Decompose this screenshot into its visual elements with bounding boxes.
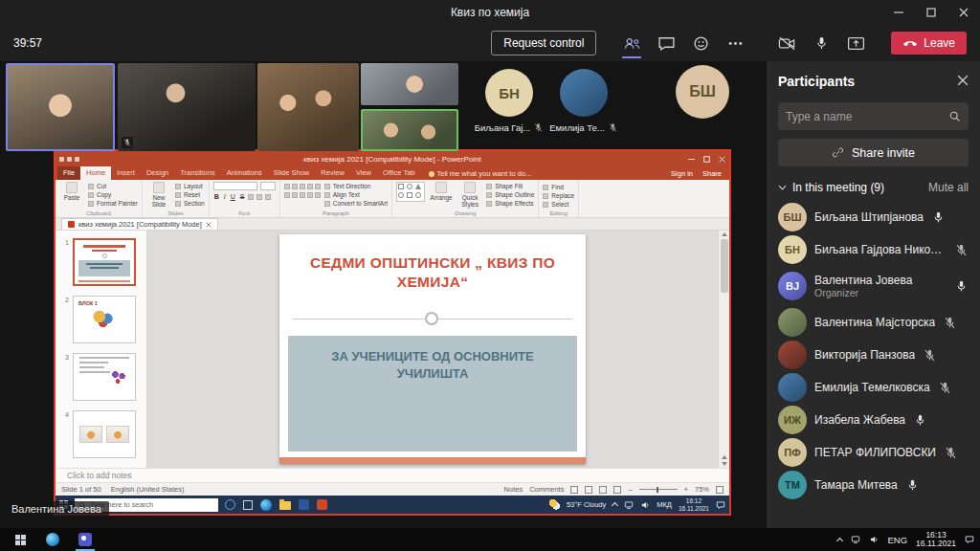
edge-icon[interactable] [260,499,272,511]
text-shadow-icon[interactable] [248,194,254,200]
ppt-close-icon[interactable] [719,156,725,163]
close-tab-icon[interactable] [206,222,212,228]
zoom-level[interactable]: 75% [695,485,709,494]
tab-view[interactable]: View [350,166,377,180]
request-control-button[interactable]: Request control [491,31,596,55]
slide-thumbnail-4[interactable]: 4 [61,410,143,458]
mic-icon[interactable] [913,413,927,428]
justify-icon[interactable] [307,192,313,198]
share-invite-button[interactable]: Share invite [778,139,969,166]
slide-scrollbar[interactable] [718,231,729,468]
participant-row[interactable]: ПФ ПЕТАР ФИЛИПОВСКИ [778,436,969,469]
mic-icon[interactable] [943,316,957,330]
bullets-icon[interactable] [284,184,290,189]
file-explorer-icon[interactable] [279,501,291,510]
ppt-restore-icon[interactable] [703,156,710,163]
chevron-down-icon[interactable] [778,185,787,190]
character-spacing-icon[interactable] [256,194,262,200]
language-indicator[interactable]: English (United States) [111,485,185,494]
start-button[interactable] [6,528,34,551]
numbering-icon[interactable] [292,184,298,189]
replace-button[interactable]: Replace [543,192,574,199]
previous-slide-icon[interactable] [722,455,727,459]
next-slide-icon[interactable] [722,462,727,466]
tab-transitions[interactable]: Transitions [174,166,220,180]
format-painter-button[interactable]: Format Painter [88,200,138,207]
columns-icon[interactable] [315,192,321,198]
bold-button[interactable]: B [213,193,220,200]
video-tile-active-speaker[interactable] [6,63,115,151]
indent-icon[interactable] [300,184,305,189]
input-language[interactable]: ENG [887,535,907,545]
audio-participant-tile[interactable]: БШ [667,65,738,119]
current-slide[interactable]: СЕДМИ ОПШТИНСКИ „ КВИЗ ПО ХЕМИЈА“ ЗА УЧЕ… [279,234,586,464]
slideshow-icon[interactable] [613,486,621,494]
sign-in-link[interactable]: Sign in [671,169,693,178]
normal-view-icon[interactable] [570,486,578,494]
tray-expand-icon[interactable] [612,502,618,509]
find-button[interactable]: Find [543,184,574,190]
font-name-box[interactable] [213,182,257,190]
taskbar-clock[interactable]: 16:12 16.11.2021 [679,497,709,512]
zoom-slider[interactable] [639,489,678,490]
quick-styles-button[interactable]: Quick Styles [457,182,482,208]
paste-button[interactable]: Paste [59,182,84,201]
fit-to-window-icon[interactable] [716,486,724,494]
participant-row[interactable]: ИЖ Изабела Жабева [778,404,969,436]
comments-toggle[interactable]: Comments [529,485,564,494]
tab-animations[interactable]: Animations [221,166,268,180]
participant-row[interactable]: Емилија Темелковска [778,371,969,404]
reactions-icon[interactable] [686,30,715,56]
mic-icon[interactable] [938,381,952,395]
teams-taskbar-icon[interactable] [71,528,100,551]
tab-office-tab[interactable]: Office Tab [377,166,421,180]
line-spacing-icon[interactable] [315,184,321,189]
ppt-share-button[interactable]: Share [702,169,722,178]
align-text-button[interactable]: Align Text [324,191,388,198]
shape-fill-button[interactable]: Shape Fill [486,183,534,189]
mic-icon[interactable] [931,210,946,225]
align-center-icon[interactable] [292,192,298,198]
italic-button[interactable]: I [223,193,227,200]
participant-row[interactable]: БШ Биљана Штипјанова [778,201,969,233]
shape-outline-button[interactable]: Shape Outline [486,191,534,198]
volume-icon[interactable] [640,500,650,510]
video-tile[interactable] [118,63,256,151]
tab-design[interactable]: Design [141,166,174,180]
reset-button[interactable]: Reset [175,191,205,198]
section-button[interactable]: Section [175,200,205,207]
action-center-icon[interactable] [716,500,725,510]
camera-off-icon[interactable] [772,30,801,56]
system-clock[interactable]: 16:13 16.11.2021 [916,531,956,549]
shapes-gallery[interactable] [396,182,425,202]
arrange-button[interactable]: Arrange [429,182,454,201]
underline-button[interactable]: U [230,193,236,200]
audio-participant-tile[interactable]: БН Биљана Гај... [474,69,545,133]
mic-icon[interactable] [807,30,835,56]
select-button[interactable]: Select [543,201,574,208]
mic-icon[interactable] [944,446,958,460]
slide-thumbnail-3[interactable]: 3 [61,353,143,401]
edge-taskbar-icon[interactable] [38,528,67,551]
shape-effects-button[interactable]: Shape Effects [486,200,534,207]
tab-home[interactable]: Home [80,166,111,180]
notes-pane[interactable]: Click to add notes [56,468,729,482]
text-direction-button[interactable]: Text Direction [324,183,388,189]
convert-smartart-button[interactable]: Convert to SmartArt [324,200,388,207]
participants-icon[interactable] [617,30,646,56]
share-screen-icon[interactable] [841,30,870,56]
participant-row[interactable]: ТМ Тамара Митева [778,469,969,501]
mic-icon[interactable] [954,243,969,257]
cut-button[interactable]: Cut [88,183,138,189]
slide-sorter-icon[interactable] [585,486,592,494]
screen-share-region[interactable]: квиз хемија 2021 [Compatibility Mode] - … [54,149,731,516]
tell-me-box[interactable]: Tell me what you want to do... [429,169,532,180]
participant-search-input[interactable] [786,110,948,123]
layout-button[interactable]: Layout [175,183,205,189]
task-view-icon[interactable] [243,500,253,510]
weather-text[interactable]: 53°F Cloudy [567,500,606,509]
tab-review[interactable]: Review [315,166,350,180]
video-tile[interactable] [361,109,458,151]
align-left-icon[interactable] [284,192,290,198]
new-slide-button[interactable]: New Slide [146,182,171,208]
